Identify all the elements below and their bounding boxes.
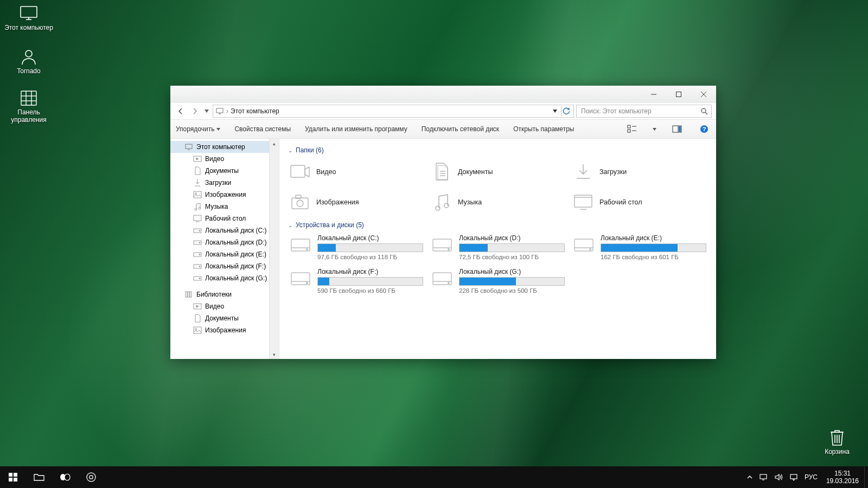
- taskbar-explorer[interactable]: [26, 466, 52, 488]
- nav-disk-d[interactable]: Локальный диск (D:): [170, 236, 279, 248]
- nav-downloads[interactable]: Загрузки: [170, 177, 279, 189]
- nav-desktop[interactable]: Рабочий стол: [170, 213, 279, 224]
- svg-point-48: [199, 278, 200, 279]
- picture-icon: [193, 326, 202, 335]
- svg-rect-27: [679, 126, 681, 132]
- taskbar-app-1[interactable]: [52, 466, 78, 488]
- svg-point-19: [701, 108, 706, 113]
- nav-lib-documents[interactable]: Документы: [170, 312, 279, 324]
- svg-rect-33: [194, 191, 201, 198]
- drive-icon: [431, 234, 454, 257]
- download-icon: [572, 161, 594, 183]
- folder-downloads[interactable]: Загрузки: [571, 158, 707, 185]
- nav-documents[interactable]: Документы: [170, 165, 279, 177]
- drive-icon: [289, 268, 312, 291]
- nav-music[interactable]: Музыка: [170, 201, 279, 213]
- address-bar[interactable]: › Этот компьютер: [213, 105, 574, 118]
- toolbar-map-drive[interactable]: Подключить сетевой диск: [422, 125, 499, 133]
- search-input[interactable]: [580, 107, 700, 115]
- picture-icon: [193, 190, 202, 199]
- tray-language[interactable]: РУС: [801, 466, 821, 488]
- address-row: › Этот компьютер: [170, 103, 716, 119]
- nav-disk-f[interactable]: Локальный диск (F:): [170, 260, 279, 272]
- view-options-button[interactable]: [626, 123, 639, 136]
- taskbar-chrome[interactable]: [78, 466, 104, 488]
- nav-back-button[interactable]: [175, 105, 187, 117]
- titlebar[interactable]: [170, 86, 716, 103]
- nav-this-pc[interactable]: Этот компьютер: [170, 141, 279, 153]
- chevron-down-icon: [216, 128, 220, 131]
- drive-c[interactable]: Локальный диск (C:) 97,6 ГБ свободно из …: [288, 233, 424, 261]
- tray-volume-icon[interactable]: [771, 466, 786, 488]
- drive-icon: [572, 234, 595, 257]
- group-header-drives[interactable]: ⌄Устройства и диски (5): [288, 221, 707, 229]
- nav-disk-c[interactable]: Локальный диск (C:): [170, 224, 279, 236]
- search-box[interactable]: [576, 105, 712, 118]
- drive-d[interactable]: Локальный диск (D:) 72,5 ГБ свободно из …: [430, 233, 566, 261]
- nav-recent-button[interactable]: [203, 105, 210, 117]
- nav-videos[interactable]: Видео: [170, 153, 279, 165]
- svg-point-54: [195, 329, 197, 330]
- nav-lib-pictures[interactable]: Изображения: [170, 324, 279, 336]
- maximize-button[interactable]: [666, 86, 691, 103]
- tray-clock[interactable]: 15:31 19.03.2016: [821, 470, 864, 485]
- navigation-pane: Этот компьютер Видео Документы Загрузки …: [170, 139, 279, 359]
- folder-videos[interactable]: Видео: [288, 158, 424, 185]
- tray-action-center-icon[interactable]: [786, 466, 801, 488]
- monitor-icon: [18, 4, 40, 23]
- svg-rect-50: [188, 292, 189, 297]
- svg-rect-64: [575, 195, 592, 207]
- scroll-up-icon[interactable]: ▴: [270, 139, 279, 148]
- drive-e[interactable]: Локальный диск (E:) 162 ГБ свободно из 6…: [571, 233, 707, 261]
- nav-lib-videos[interactable]: Видео: [170, 300, 279, 312]
- svg-point-75: [590, 249, 591, 250]
- nav-pictures[interactable]: Изображения: [170, 189, 279, 201]
- folder-pictures[interactable]: Изображения: [288, 189, 424, 216]
- svg-rect-93: [790, 474, 797, 479]
- folder-music[interactable]: Музыка: [430, 189, 566, 216]
- svg-rect-0: [21, 7, 37, 17]
- start-button[interactable]: [0, 466, 26, 488]
- computer-icon: [215, 107, 224, 115]
- group-header-folders[interactable]: ⌄Папки (6): [288, 146, 707, 154]
- nav-disk-e[interactable]: Локальный диск (E:): [170, 248, 279, 260]
- scrollbar[interactable]: ▴ ▾: [269, 139, 279, 359]
- capacity-bar: [317, 277, 423, 286]
- toolbar-organize[interactable]: Упорядочить: [176, 125, 220, 133]
- desktop-icon-tornado[interactable]: Tornado: [4, 48, 53, 75]
- toolbar-open-settings[interactable]: Открыть параметры: [513, 125, 574, 133]
- tray-overflow-button[interactable]: [744, 466, 756, 488]
- folder-desktop[interactable]: Рабочий стол: [571, 189, 707, 216]
- tray-network-icon[interactable]: [756, 466, 771, 488]
- desktop-icon-control-panel[interactable]: Панель управления: [4, 89, 53, 124]
- desktop[interactable]: Этот компьютер Tornado Панель управления: [0, 0, 868, 488]
- svg-rect-30: [186, 144, 192, 149]
- nav-disk-g[interactable]: Локальный диск (G:): [170, 272, 279, 284]
- refresh-button[interactable]: [561, 106, 571, 117]
- capacity-bar: [459, 277, 565, 286]
- video-icon: [193, 302, 202, 311]
- document-icon: [193, 314, 202, 323]
- help-button[interactable]: ?: [698, 123, 711, 136]
- nav-forward-button[interactable]: [189, 105, 201, 117]
- desktop-icon-this-pc[interactable]: Этот компьютер: [4, 4, 53, 31]
- breadcrumb[interactable]: Этот компьютер: [231, 107, 279, 115]
- taskbar: РУС 15:31 19.03.2016: [0, 466, 868, 488]
- preview-pane-button[interactable]: [671, 123, 684, 136]
- minimize-button[interactable]: [641, 86, 666, 103]
- drive-f[interactable]: Локальный диск (F:) 590 ГБ свободно из 6…: [288, 267, 424, 295]
- desktop-icon-recycle-bin[interactable]: Корзина: [813, 428, 861, 455]
- chevron-down-icon[interactable]: [653, 128, 656, 131]
- scroll-down-icon[interactable]: ▾: [270, 350, 279, 359]
- library-icon: [184, 290, 193, 299]
- svg-rect-37: [194, 215, 201, 221]
- svg-line-20: [705, 112, 707, 114]
- toolbar-system-properties[interactable]: Свойства системы: [234, 125, 291, 133]
- close-button[interactable]: [691, 86, 716, 103]
- drive-g[interactable]: Локальный диск (G:) 228 ГБ свободно из 5…: [430, 267, 566, 295]
- show-desktop-button[interactable]: [864, 466, 868, 488]
- nav-libraries[interactable]: Библиотеки: [170, 288, 279, 300]
- address-history-button[interactable]: [550, 106, 560, 117]
- toolbar-uninstall[interactable]: Удалить или изменить программу: [305, 125, 407, 133]
- folder-documents[interactable]: Документы: [430, 158, 566, 185]
